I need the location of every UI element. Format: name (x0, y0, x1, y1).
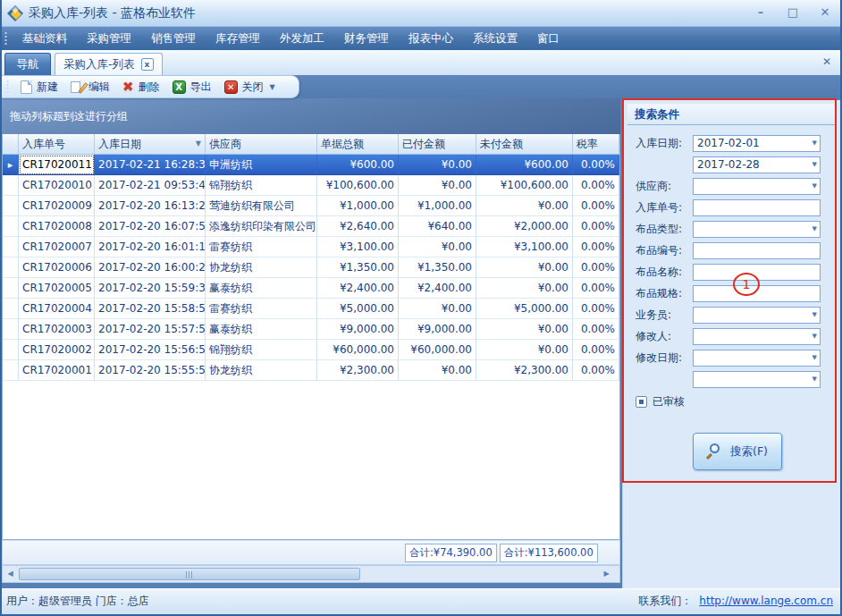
table-row[interactable]: CR17020003 2017-02-20 15:57:51 赢泰纺织 ¥9,0… (3, 319, 619, 340)
table-row[interactable]: CR17020009 2017-02-20 16:13:28 莺迪纺织有限公司 … (3, 196, 619, 216)
app-window: 采购入库-列表 - 蓝格布业软件 – □ ✕ 基础资料采购管理销售管理库存管理外… (0, 0, 842, 616)
search-field-input[interactable]: ▼ (693, 199, 821, 216)
tab-navigation[interactable]: 导航 (4, 53, 51, 75)
close-view-button[interactable]: ✕ 关闭 ▼ (218, 76, 282, 97)
group-by-band[interactable]: 拖动列标题到这进行分组 (2, 98, 620, 134)
horizontal-scrollbar[interactable]: ◀ ▶ (2, 565, 620, 583)
menu-item[interactable]: 销售管理 (141, 27, 206, 50)
cell-total: ¥9,000.00 (317, 319, 399, 340)
search-field-input[interactable]: 2017-02-28 ▼ (693, 156, 821, 173)
scroll-left-icon[interactable]: ◀ (4, 568, 17, 580)
website-link[interactable]: http://www.lange.com.cn (699, 589, 833, 613)
menu-item[interactable]: 窗口 (527, 27, 569, 50)
close-button[interactable]: ✕ (815, 4, 835, 21)
search-field-input[interactable]: ▼ (693, 328, 821, 345)
combo-dropdown-icon[interactable]: ▼ (813, 329, 817, 344)
cell-paid: ¥0.00 (399, 299, 476, 319)
cell-inbound-no: CR17020001 (19, 360, 95, 381)
table-row[interactable]: CR17020001 2017-02-20 15:55:50 协龙纺织 ¥2,3… (3, 360, 619, 381)
column-header-tax[interactable]: 税率 (573, 134, 619, 155)
cell-paid: ¥0.00 (399, 237, 476, 257)
column-header-inbound-date[interactable]: 入库日期▼ (95, 134, 206, 155)
search-field-input[interactable]: ▼ (693, 178, 821, 195)
cell-paid: ¥0.00 (399, 360, 476, 381)
export-button[interactable]: X 导出 (166, 76, 218, 97)
search-field-label: 供应商: (636, 178, 693, 195)
search-field-input[interactable]: ▼ (693, 350, 821, 367)
search-panel-title: 搜索条件 (627, 104, 836, 125)
combo-dropdown-icon[interactable]: ▼ (813, 222, 817, 237)
cell-tax: 0.00% (573, 237, 619, 257)
row-indicator-cell (3, 237, 19, 257)
title-bar: 采购入库-列表 - 蓝格布业软件 – □ ✕ (0, 0, 842, 27)
table-row[interactable]: CR17020007 2017-02-20 16:01:18 雷赛纺织 ¥3,1… (3, 237, 619, 257)
delete-button[interactable]: ✖ 删除 (116, 76, 166, 97)
minimize-button[interactable]: – (751, 4, 770, 21)
table-row[interactable]: CR17020010 2017-02-21 09:53:44 锦翔纺织 ¥100… (3, 175, 619, 196)
column-header-total[interactable]: 单据总额 (317, 134, 399, 155)
search-button[interactable]: 搜索(F) (693, 433, 782, 470)
column-header-unpaid[interactable]: 未付金额 (476, 134, 573, 155)
maximize-button[interactable]: □ (783, 4, 803, 21)
combo-dropdown-icon[interactable]: ▼ (813, 308, 817, 323)
search-field-row: ▼ (623, 371, 840, 388)
cell-unpaid: ¥100,600.00 (476, 175, 573, 196)
audited-checkbox-row[interactable]: 已审核 (636, 394, 685, 409)
cell-inbound-date: 2017-02-20 16:13:28 (95, 196, 206, 216)
cell-tax: 0.00% (573, 155, 619, 175)
search-field-input[interactable]: ▼ (693, 371, 821, 388)
menu-item[interactable]: 采购管理 (77, 27, 141, 50)
column-header-supplier[interactable]: 供应商 (206, 134, 317, 155)
table-row[interactable]: CR17020011 2017-02-21 16:28:36 申洲纺织 ¥600… (3, 155, 619, 175)
search-field-input[interactable]: ▼ (693, 242, 821, 259)
cell-inbound-no: CR17020003 (19, 319, 95, 340)
combo-dropdown-icon[interactable]: ▼ (813, 157, 817, 173)
cell-total: ¥600.00 (317, 155, 399, 175)
tab-close-icon[interactable]: x (141, 58, 154, 71)
audited-checkbox[interactable] (636, 396, 647, 408)
table-row[interactable]: CR17020008 2017-02-20 16:07:50 添逸纺织印染有限公… (3, 216, 619, 237)
search-field-input[interactable]: ▼ (693, 307, 821, 324)
cell-filler (619, 155, 620, 175)
menu-item[interactable]: 报表中心 (399, 27, 463, 50)
tab-purchase-inbound-list[interactable]: 采购入库-列表 x (55, 53, 163, 75)
menu-item[interactable]: 财务管理 (334, 27, 399, 50)
scroll-right-icon[interactable]: ▶ (600, 568, 613, 580)
table-row[interactable]: CR17020004 2017-02-20 15:58:50 雷赛纺织 ¥5,0… (3, 299, 619, 319)
search-field-input[interactable]: ▼ (693, 285, 821, 302)
combo-dropdown-icon[interactable]: ▼ (813, 372, 817, 387)
cell-unpaid: ¥600.00 (476, 155, 573, 175)
new-button[interactable]: 新建 (14, 76, 64, 97)
combo-dropdown-icon[interactable]: ▼ (813, 350, 817, 366)
menu-item[interactable]: 库存管理 (206, 27, 270, 50)
grid-header-indicator (3, 134, 19, 155)
column-header-paid[interactable]: 已付金额 (399, 134, 476, 155)
menu-item[interactable]: 外发加工 (270, 27, 334, 50)
cell-supplier: 锦翔纺织 (206, 340, 317, 360)
search-field-row: 修改日期: ▼ (623, 350, 840, 367)
edit-button[interactable]: 编辑 (64, 76, 116, 97)
cell-tax: 0.00% (573, 299, 619, 319)
combo-dropdown-icon[interactable]: ▼ (813, 136, 817, 151)
search-field-input[interactable]: ▼ (693, 264, 821, 281)
menu-item[interactable]: 基础资料 (13, 27, 77, 50)
scrollbar-thumb[interactable] (19, 568, 360, 580)
table-row[interactable]: CR17020002 2017-02-20 15:56:56 锦翔纺织 ¥60,… (3, 340, 619, 360)
close-view-button-label: 关闭 (242, 80, 264, 95)
search-field-input[interactable]: 2017-02-01 ▼ (693, 135, 821, 152)
cell-total: ¥2,300.00 (317, 360, 399, 381)
toolbar-dropdown-icon[interactable]: ▼ (270, 83, 275, 91)
combo-dropdown-icon[interactable]: ▼ (813, 179, 817, 194)
grid-panel: 拖动列标题到这进行分组 入库单号 入库日期▼ 供应商 单据总额 已付金额 未付金… (2, 98, 620, 584)
cell-total: ¥3,100.00 (317, 237, 399, 257)
search-field-input[interactable]: ▼ (693, 221, 821, 238)
menu-item[interactable]: 系统设置 (463, 27, 527, 50)
cell-paid: ¥640.00 (399, 216, 476, 237)
row-indicator-cell (3, 196, 19, 216)
table-row[interactable]: CR17020005 2017-02-20 15:59:30 赢泰纺织 ¥2,4… (3, 278, 619, 299)
tabstrip-close-icon[interactable]: ✕ (822, 55, 831, 68)
table-row[interactable]: CR17020006 2017-02-20 16:00:20 协龙纺织 ¥1,3… (3, 257, 619, 278)
cell-inbound-date: 2017-02-20 15:59:30 (95, 278, 206, 299)
cell-inbound-date: 2017-02-20 15:56:56 (95, 340, 206, 360)
column-header-inbound-no[interactable]: 入库单号 (19, 134, 95, 155)
